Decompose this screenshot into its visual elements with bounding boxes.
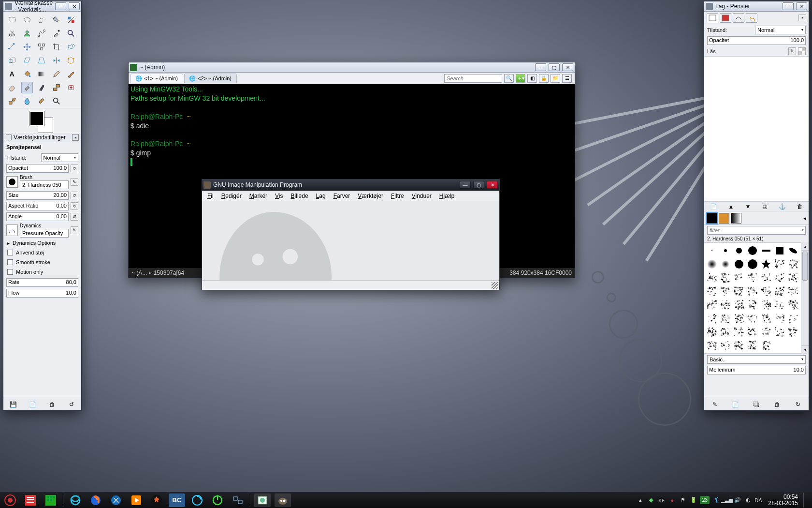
- brush-cell[interactable]: [733, 244, 745, 257]
- brush-cell[interactable]: [733, 285, 745, 298]
- duplicate-layer-icon[interactable]: ⿻: [762, 203, 768, 210]
- tray-badge[interactable]: 23: [700, 496, 710, 504]
- tool-fuzzy-select[interactable]: [51, 14, 62, 26]
- menu-filtre[interactable]: Filtre: [388, 192, 407, 200]
- brush-cell[interactable]: [746, 271, 759, 284]
- brush-cell[interactable]: [760, 244, 772, 257]
- brush-cell[interactable]: [746, 244, 759, 257]
- maximize-button[interactable]: ▢: [473, 181, 484, 189]
- motion-row[interactable]: Motion only: [3, 267, 81, 277]
- brush-cell[interactable]: [760, 312, 772, 325]
- menu-fil[interactable]: Fil: [204, 192, 217, 200]
- menu-markér[interactable]: Markér: [246, 192, 271, 200]
- brush-cell[interactable]: [773, 258, 786, 270]
- brush-cell[interactable]: [746, 258, 759, 270]
- tool-smudge[interactable]: [36, 95, 47, 107]
- brush-cell[interactable]: [746, 339, 759, 352]
- close-button[interactable]: ✕: [796, 2, 807, 10]
- tool-heal[interactable]: [65, 82, 77, 93]
- tool-rect-select[interactable]: [6, 14, 18, 26]
- tool-text[interactable]: A: [6, 68, 18, 80]
- reset-icon[interactable]: ↺: [71, 192, 78, 199]
- brush-cell[interactable]: [760, 339, 772, 352]
- reset-icon[interactable]: ↺: [71, 164, 78, 172]
- close-button[interactable]: ✕: [487, 181, 498, 189]
- dynamics-thumbnail[interactable]: [6, 224, 18, 236]
- terminal-tab-2[interactable]: 🌐 <2> ~ (Admin): [184, 74, 237, 83]
- tool-crop[interactable]: [51, 41, 62, 53]
- brush-filter-input[interactable]: filter ▾: [707, 226, 806, 235]
- tray-clock[interactable]: 00:54 28-03-2015: [765, 494, 801, 506]
- brush-cell[interactable]: [719, 271, 732, 284]
- scroll-down-icon[interactable]: ▾: [801, 345, 809, 354]
- brush-cell[interactable]: [706, 244, 718, 257]
- delete-brush-icon[interactable]: 🗑: [773, 400, 782, 409]
- lock-alpha-icon[interactable]: [798, 47, 806, 55]
- tray-icon[interactable]: ◆: [647, 496, 655, 504]
- spacing-slider[interactable]: Mellemrum 10,0: [707, 366, 806, 374]
- taskbar-firefox[interactable]: [87, 493, 104, 507]
- tool-align[interactable]: [36, 41, 47, 53]
- delete-preset-icon[interactable]: 🗑: [48, 400, 57, 409]
- menu-vinduer[interactable]: Vinduer: [408, 192, 435, 200]
- taskbar-app-7[interactable]: [148, 493, 165, 507]
- brush-cell[interactable]: [787, 285, 799, 298]
- anchor-layer-icon[interactable]: ⚓: [779, 203, 786, 210]
- tray-network-icon[interactable]: ▁▃▅: [723, 496, 731, 504]
- tray-language[interactable]: DA: [754, 497, 762, 503]
- gimp-canvas[interactable]: [202, 201, 499, 280]
- color-swatches[interactable]: [3, 108, 81, 133]
- tool-scale[interactable]: [6, 55, 18, 66]
- brush-edit-icon[interactable]: ✎: [71, 178, 78, 186]
- brush-cell[interactable]: [773, 271, 786, 284]
- mode-combo[interactable]: Normal ▾: [41, 153, 79, 162]
- close-button[interactable]: ✕: [562, 63, 573, 71]
- tool-eraser[interactable]: [6, 82, 18, 93]
- channels-tab[interactable]: [720, 13, 731, 23]
- brush-preset-combo[interactable]: Basic. ▾: [707, 355, 806, 364]
- brush-cell[interactable]: [733, 271, 745, 284]
- toolbar-button[interactable]: 🔒: [539, 74, 549, 83]
- brush-cell[interactable]: [733, 299, 745, 311]
- brush-cell[interactable]: [719, 326, 732, 338]
- layers-list[interactable]: [704, 56, 809, 201]
- tool-clone[interactable]: [51, 82, 62, 93]
- brush-cell[interactable]: [773, 285, 786, 298]
- taskbar-running-terminal[interactable]: [254, 493, 271, 507]
- minimize-button[interactable]: —: [783, 2, 794, 10]
- opacity-slider[interactable]: Opacitet 100,0: [6, 164, 69, 173]
- tool-airbrush[interactable]: [21, 82, 33, 93]
- terminal-tab-1[interactable]: 🌐 <1> ~ (Admin): [130, 74, 183, 83]
- aspect-slider[interactable]: Aspect Ratio 0,00: [6, 202, 69, 210]
- patterns-tab[interactable]: [719, 213, 729, 224]
- brush-cell[interactable]: [787, 258, 799, 270]
- brush-cell[interactable]: [760, 326, 772, 338]
- brush-cell[interactable]: [733, 258, 745, 270]
- checkbox-icon[interactable]: [7, 259, 13, 265]
- tool-blur[interactable]: [21, 95, 33, 107]
- brushes-tab[interactable]: [707, 213, 717, 224]
- brush-cell[interactable]: [733, 312, 745, 325]
- brush-cell[interactable]: [760, 285, 772, 298]
- brush-cell[interactable]: [719, 299, 732, 311]
- smooth-row[interactable]: Smooth stroke: [3, 257, 81, 267]
- maximize-button[interactable]: ▢: [549, 63, 560, 71]
- settings-icon[interactable]: ☰: [562, 74, 572, 83]
- tool-color-picker[interactable]: [51, 28, 62, 39]
- brush-cell[interactable]: [773, 312, 786, 325]
- tabs-menu-icon[interactable]: ◂: [798, 15, 806, 21]
- undo-tab[interactable]: [746, 13, 757, 23]
- tray-icon[interactable]: ⚑: [679, 496, 687, 504]
- brush-cell[interactable]: [787, 299, 799, 311]
- reset-icon[interactable]: ↺: [71, 202, 78, 210]
- brush-cell[interactable]: [706, 271, 718, 284]
- tool-perspective[interactable]: [36, 55, 47, 66]
- brush-cell[interactable]: [706, 258, 718, 270]
- tray-volume-icon[interactable]: 🔊: [733, 496, 741, 504]
- brush-cell[interactable]: [706, 339, 718, 352]
- angle-slider[interactable]: Angle 0,00: [6, 212, 69, 221]
- brush-cell[interactable]: [719, 285, 732, 298]
- gimp-titlebar[interactable]: GNU Image Manipulation Program — ▢ ✕: [202, 179, 499, 191]
- tool-free-select[interactable]: [36, 14, 47, 26]
- tray-expand-icon[interactable]: ▴: [636, 496, 644, 504]
